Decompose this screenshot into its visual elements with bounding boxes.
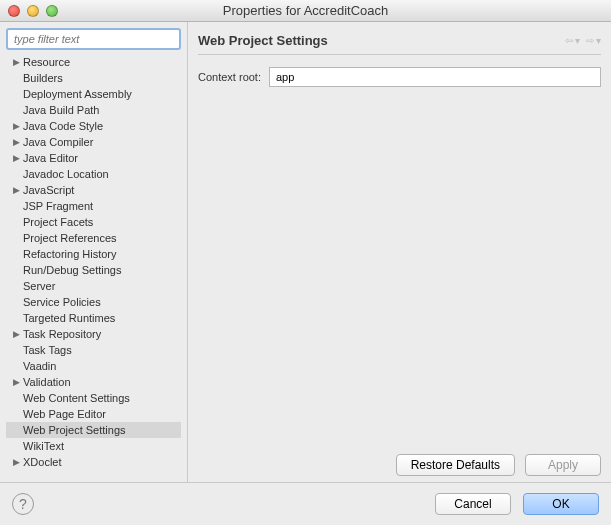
tree-item-label: Java Code Style	[22, 120, 103, 132]
tree-item[interactable]: ▶JavaScript	[6, 182, 181, 198]
tree-item[interactable]: Web Page Editor	[6, 406, 181, 422]
tree-item[interactable]: Javadoc Location	[6, 166, 181, 182]
tree-item-label: Server	[22, 280, 55, 292]
expand-icon[interactable]: ▶	[10, 137, 22, 147]
context-root-row: Context root:	[198, 67, 601, 87]
tree-item[interactable]: Project References	[6, 230, 181, 246]
separator	[198, 54, 601, 55]
tree-item-label: Java Compiler	[22, 136, 93, 148]
expand-icon[interactable]: ▶	[10, 57, 22, 67]
expand-icon[interactable]: ▶	[10, 457, 22, 467]
window-title: Properties for AccreditCoach	[223, 3, 388, 18]
tree-item[interactable]: ▶Java Code Style	[6, 118, 181, 134]
expand-icon[interactable]: ▶	[10, 153, 22, 163]
tree-item[interactable]: ▶Resource	[6, 54, 181, 70]
tree-item-label: Targeted Runtimes	[22, 312, 115, 324]
tree-item[interactable]: Task Tags	[6, 342, 181, 358]
tree-item-label: Task Tags	[22, 344, 72, 356]
apply-button[interactable]: Apply	[525, 454, 601, 476]
tree-item[interactable]: ▶Validation	[6, 374, 181, 390]
main-panel: Web Project Settings ⇦ ▾ ⇨ ▾ Context roo…	[188, 22, 611, 482]
tree-item[interactable]: ▶Java Compiler	[6, 134, 181, 150]
tree-item-label: Project References	[22, 232, 117, 244]
tree-item-label: JavaScript	[22, 184, 74, 196]
tree-item[interactable]: Web Content Settings	[6, 390, 181, 406]
forward-menu-icon[interactable]: ▾	[596, 35, 601, 46]
minimize-icon[interactable]	[27, 5, 39, 17]
forward-icon[interactable]: ⇨	[586, 35, 594, 46]
window-controls	[8, 5, 58, 17]
tree-item-label: Resource	[22, 56, 70, 68]
page-heading: Web Project Settings	[198, 33, 328, 48]
tree-item[interactable]: WikiText	[6, 438, 181, 454]
filter-input[interactable]	[6, 28, 181, 50]
tree-item[interactable]: ▶Task Repository	[6, 326, 181, 342]
context-root-label: Context root:	[198, 71, 261, 83]
tree-item-label: Refactoring History	[22, 248, 117, 260]
tree-item-label: Task Repository	[22, 328, 101, 340]
tree-item[interactable]: Deployment Assembly	[6, 86, 181, 102]
tree-item-label: Javadoc Location	[22, 168, 109, 180]
zoom-icon[interactable]	[46, 5, 58, 17]
tree-item-label: WikiText	[22, 440, 64, 452]
tree-item-label: Builders	[22, 72, 63, 84]
footer: ? Cancel OK	[0, 482, 611, 524]
tree-item[interactable]: Server	[6, 278, 181, 294]
tree-item[interactable]: Builders	[6, 70, 181, 86]
restore-defaults-button[interactable]: Restore Defaults	[396, 454, 515, 476]
expand-icon[interactable]: ▶	[10, 121, 22, 131]
tree-item[interactable]: Project Facets	[6, 214, 181, 230]
context-root-input[interactable]	[269, 67, 601, 87]
close-icon[interactable]	[8, 5, 20, 17]
tree-item[interactable]: ▶Java Editor	[6, 150, 181, 166]
help-icon[interactable]: ?	[12, 493, 34, 515]
tree-item[interactable]: Service Policies	[6, 294, 181, 310]
tree-item[interactable]: JSP Fragment	[6, 198, 181, 214]
sidebar: ▶ResourceBuildersDeployment AssemblyJava…	[0, 22, 188, 482]
tree-item-label: JSP Fragment	[22, 200, 93, 212]
expand-icon[interactable]: ▶	[10, 185, 22, 195]
property-tree: ▶ResourceBuildersDeployment AssemblyJava…	[6, 54, 181, 476]
tree-item-label: Validation	[22, 376, 71, 388]
expand-icon[interactable]: ▶	[10, 377, 22, 387]
tree-item[interactable]: Targeted Runtimes	[6, 310, 181, 326]
tree-item-label: Deployment Assembly	[22, 88, 132, 100]
tree-item-label: Web Content Settings	[22, 392, 130, 404]
tree-item[interactable]: Web Project Settings	[6, 422, 181, 438]
tree-item-label: Java Build Path	[22, 104, 99, 116]
tree-item[interactable]: ▶XDoclet	[6, 454, 181, 470]
tree-item-label: Project Facets	[22, 216, 93, 228]
tree-item-label: Service Policies	[22, 296, 101, 308]
back-icon[interactable]: ⇦	[565, 35, 573, 46]
titlebar: Properties for AccreditCoach	[0, 0, 611, 22]
tree-item[interactable]: Run/Debug Settings	[6, 262, 181, 278]
tree-item[interactable]: Vaadin	[6, 358, 181, 374]
back-menu-icon[interactable]: ▾	[575, 35, 580, 46]
tree-item-label: Run/Debug Settings	[22, 264, 121, 276]
ok-button[interactable]: OK	[523, 493, 599, 515]
tree-item[interactable]: Java Build Path	[6, 102, 181, 118]
tree-item-label: Vaadin	[22, 360, 56, 372]
tree-item[interactable]: Refactoring History	[6, 246, 181, 262]
tree-item-label: Java Editor	[22, 152, 78, 164]
page-nav: ⇦ ▾ ⇨ ▾	[565, 35, 601, 46]
expand-icon[interactable]: ▶	[10, 329, 22, 339]
cancel-button[interactable]: Cancel	[435, 493, 511, 515]
tree-item-label: XDoclet	[22, 456, 62, 468]
tree-item-label: Web Page Editor	[22, 408, 106, 420]
tree-item-label: Web Project Settings	[22, 424, 126, 436]
